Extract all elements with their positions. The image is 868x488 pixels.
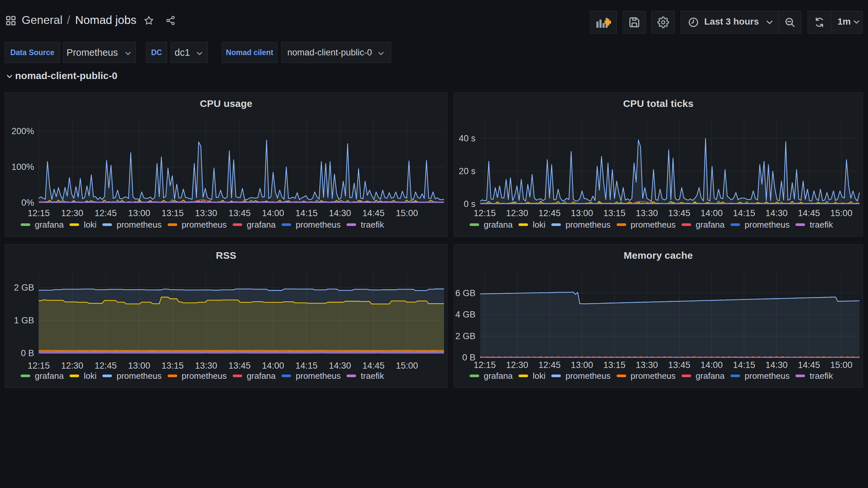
svg-text:14:15: 14:15 <box>733 208 755 218</box>
svg-text:14:30: 14:30 <box>329 208 351 218</box>
svg-text:12:45: 12:45 <box>538 208 561 218</box>
svg-text:14:00: 14:00 <box>701 360 723 370</box>
svg-text:14:30: 14:30 <box>765 208 787 218</box>
svg-text:13:30: 13:30 <box>195 361 217 370</box>
svg-text:0 B: 0 B <box>21 348 34 358</box>
svg-text:13:00: 13:00 <box>128 361 150 370</box>
svg-text:200%: 200% <box>11 126 34 136</box>
svg-text:13:45: 13:45 <box>668 208 690 218</box>
svg-text:13:45: 13:45 <box>668 360 690 370</box>
svg-text:13:30: 13:30 <box>636 360 658 370</box>
svg-text:15:00: 15:00 <box>396 208 418 218</box>
svg-text:13:00: 13:00 <box>571 208 593 218</box>
svg-text:2 GB: 2 GB <box>455 331 475 341</box>
svg-text:14:30: 14:30 <box>765 360 787 370</box>
svg-text:14:45: 14:45 <box>798 208 820 218</box>
svg-text:12:45: 12:45 <box>538 360 561 370</box>
svg-text:14:00: 14:00 <box>701 208 723 218</box>
svg-text:13:30: 13:30 <box>195 208 217 218</box>
svg-text:40 s: 40 s <box>459 133 475 143</box>
svg-text:14:45: 14:45 <box>362 208 384 218</box>
svg-text:4 GB: 4 GB <box>455 310 475 319</box>
svg-text:12:45: 12:45 <box>94 208 117 218</box>
svg-text:13:00: 13:00 <box>571 360 593 370</box>
svg-text:14:45: 14:45 <box>798 360 820 370</box>
svg-text:100%: 100% <box>11 162 34 172</box>
svg-text:13:45: 13:45 <box>228 208 251 218</box>
svg-text:12:15: 12:15 <box>473 360 496 370</box>
svg-text:12:15: 12:15 <box>28 208 50 218</box>
svg-text:12:30: 12:30 <box>61 208 83 218</box>
svg-text:13:30: 13:30 <box>636 208 658 218</box>
svg-text:13:15: 13:15 <box>161 361 184 370</box>
svg-text:0 s: 0 s <box>464 199 475 209</box>
svg-text:13:15: 13:15 <box>603 208 625 218</box>
svg-text:12:45: 12:45 <box>94 361 117 370</box>
svg-text:12:15: 12:15 <box>473 208 496 218</box>
svg-text:15:00: 15:00 <box>396 361 418 370</box>
svg-text:1 GB: 1 GB <box>14 316 34 325</box>
svg-text:15:00: 15:00 <box>830 208 852 218</box>
svg-text:0%: 0% <box>21 198 34 207</box>
svg-text:12:15: 12:15 <box>28 361 50 370</box>
svg-text:13:15: 13:15 <box>603 360 625 370</box>
svg-text:12:30: 12:30 <box>506 360 528 370</box>
svg-text:14:15: 14:15 <box>296 361 318 370</box>
svg-text:6 GB: 6 GB <box>455 288 475 298</box>
svg-text:13:15: 13:15 <box>161 208 184 218</box>
svg-text:15:00: 15:00 <box>830 360 852 370</box>
svg-text:20 s: 20 s <box>459 166 475 176</box>
svg-text:14:00: 14:00 <box>262 208 284 218</box>
svg-text:13:00: 13:00 <box>128 208 150 218</box>
svg-text:14:15: 14:15 <box>733 360 755 370</box>
svg-text:12:30: 12:30 <box>61 361 83 370</box>
svg-text:14:45: 14:45 <box>362 361 384 370</box>
svg-text:14:00: 14:00 <box>262 361 284 370</box>
svg-text:2 GB: 2 GB <box>14 283 34 293</box>
svg-text:14:30: 14:30 <box>329 361 351 370</box>
svg-text:13:45: 13:45 <box>228 361 251 370</box>
svg-text:12:30: 12:30 <box>506 208 528 218</box>
svg-text:14:15: 14:15 <box>296 208 318 218</box>
